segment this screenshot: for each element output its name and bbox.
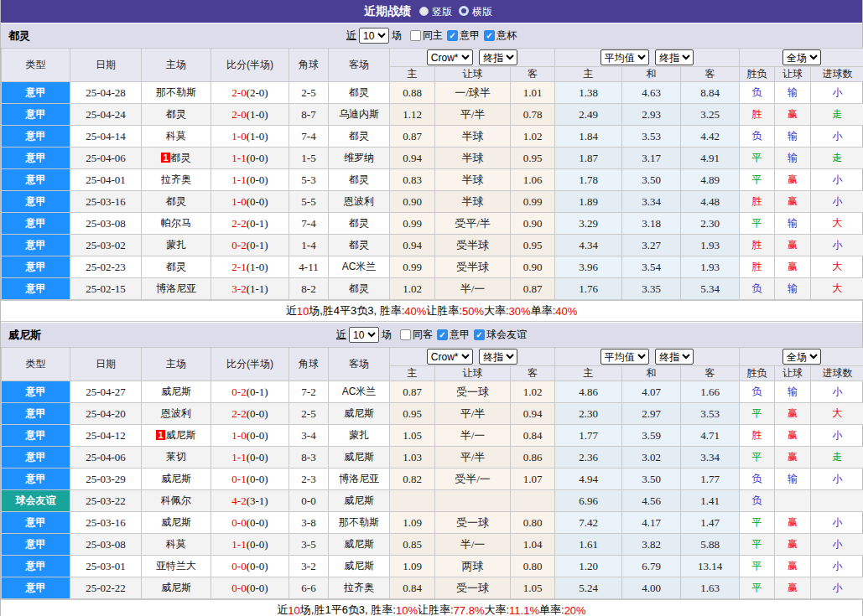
odds-stage-select[interactable]: 终指 — [479, 349, 517, 365]
away-team-cell[interactable]: 威尼斯 — [329, 447, 390, 468]
home-team-name[interactable]: 威尼斯 — [166, 429, 196, 441]
home-team-cell[interactable]: 那不勒斯 — [142, 82, 211, 104]
odds-stage-select[interactable]: 终指 — [479, 49, 517, 65]
home-team-cell[interactable]: 威尼斯 — [142, 468, 211, 490]
home-team-name[interactable]: 都灵 — [166, 195, 186, 207]
away-team-cell[interactable]: 那不勒斯 — [329, 512, 390, 534]
away-team-name[interactable]: AC米兰 — [342, 261, 377, 272]
home-team-name[interactable]: 亚特兰大 — [156, 560, 196, 572]
away-team-cell[interactable]: 博洛尼亚 — [329, 468, 390, 490]
away-team-cell[interactable]: 威尼斯 — [329, 556, 390, 577]
layout-radio-selected[interactable] — [419, 7, 429, 16]
home-team-name[interactable]: 威尼斯 — [161, 473, 191, 484]
away-team-name[interactable]: 都灵 — [349, 239, 369, 251]
near-link[interactable]: 近 — [346, 28, 356, 43]
home-team-cell[interactable]: 1都灵 — [142, 148, 211, 169]
away-team-name[interactable]: 威尼斯 — [344, 451, 374, 463]
home-team-name[interactable]: 拉齐奥 — [161, 173, 191, 185]
away-team-cell[interactable]: 都灵 — [329, 169, 390, 191]
home-team-cell[interactable]: 科佩尔 — [142, 490, 211, 512]
checkbox-checked[interactable]: ✓ — [484, 30, 495, 41]
near-link[interactable]: 近 — [336, 328, 346, 342]
away-team-cell[interactable]: 乌迪内斯 — [329, 104, 390, 126]
avg-select[interactable]: 平均值 — [600, 49, 649, 65]
away-team-cell[interactable]: AC米兰 — [329, 381, 390, 403]
home-team-name[interactable]: 科莫 — [166, 130, 186, 142]
away-team-name[interactable]: 威尼斯 — [344, 538, 374, 550]
away-team-name[interactable]: 威尼斯 — [344, 407, 374, 419]
home-team-cell[interactable]: 都灵 — [142, 256, 211, 278]
home-team-name[interactable]: 都灵 — [166, 261, 186, 272]
home-team-cell[interactable]: 蒙扎 — [142, 235, 211, 256]
away-team-name[interactable]: 恩波利 — [344, 195, 374, 207]
checkbox-unchecked[interactable] — [400, 329, 411, 340]
home-team-name[interactable]: 那不勒斯 — [156, 86, 196, 98]
away-team-cell[interactable]: 蒙扎 — [329, 425, 390, 447]
checkbox-unchecked[interactable] — [410, 30, 421, 41]
home-team-cell[interactable]: 威尼斯 — [142, 577, 211, 599]
home-team-cell[interactable]: 科莫 — [142, 534, 211, 556]
home-team-cell[interactable]: 博洛尼亚 — [142, 278, 211, 300]
match-count-select[interactable]: 10 — [349, 327, 379, 343]
away-team-name[interactable]: 都灵 — [349, 217, 369, 229]
away-team-name[interactable]: 威尼斯 — [344, 560, 374, 572]
home-team-cell[interactable]: 亚特兰大 — [142, 556, 211, 577]
checkbox-checked[interactable]: ✓ — [437, 329, 448, 340]
home-team-cell[interactable]: 威尼斯 — [142, 381, 211, 403]
away-team-cell[interactable]: 威尼斯 — [329, 534, 390, 556]
away-team-name[interactable]: 乌迪内斯 — [339, 108, 379, 120]
match-count-select[interactable]: 10 — [359, 28, 389, 44]
away-team-cell[interactable]: 拉齐奥 — [329, 577, 390, 599]
away-team-name[interactable]: 博洛尼亚 — [339, 473, 379, 484]
avg-stage-select[interactable]: 终指 — [655, 349, 694, 365]
home-team-cell[interactable]: 帕尔马 — [142, 213, 211, 235]
home-team-cell[interactable]: 威尼斯 — [142, 512, 211, 534]
away-team-name[interactable]: 维罗纳 — [344, 152, 374, 163]
period-select[interactable]: 全场 — [782, 49, 821, 65]
home-team-cell[interactable]: 科莫 — [142, 126, 211, 148]
home-team-name[interactable]: 莱切 — [166, 451, 186, 463]
home-team-name[interactable]: 威尼斯 — [161, 516, 191, 528]
bookmaker-select[interactable]: Crow* — [427, 49, 473, 65]
avg-select[interactable]: 平均值 — [600, 349, 649, 365]
away-team-name[interactable]: 拉齐奥 — [344, 582, 374, 593]
checkbox-checked[interactable]: ✓ — [474, 329, 485, 340]
away-team-cell[interactable]: AC米兰 — [329, 256, 390, 278]
home-team-name[interactable]: 威尼斯 — [161, 582, 191, 593]
away-team-name[interactable]: 那不勒斯 — [339, 516, 379, 528]
away-team-cell[interactable]: 都灵 — [329, 213, 390, 235]
home-team-name[interactable]: 科莫 — [166, 538, 186, 550]
home-team-name[interactable]: 博洛尼亚 — [156, 282, 196, 294]
layout-radio-unselected[interactable] — [459, 6, 469, 16]
home-team-cell[interactable]: 莱切 — [142, 447, 211, 468]
away-team-name[interactable]: 都灵 — [349, 173, 369, 185]
away-team-name[interactable]: 都灵 — [349, 282, 369, 294]
away-team-cell[interactable]: 恩波利 — [329, 191, 390, 213]
away-team-cell[interactable]: 都灵 — [329, 82, 390, 104]
bookmaker-select[interactable]: Crow* — [427, 349, 473, 365]
away-team-name[interactable]: 都灵 — [349, 86, 369, 98]
home-team-cell[interactable]: 恩波利 — [142, 403, 211, 425]
home-team-cell[interactable]: 都灵 — [142, 104, 211, 126]
away-team-name[interactable]: 都灵 — [349, 130, 369, 142]
home-team-cell[interactable]: 1威尼斯 — [142, 425, 211, 447]
home-team-name[interactable]: 都灵 — [171, 152, 191, 163]
away-team-name[interactable]: 威尼斯 — [344, 494, 374, 506]
away-team-cell[interactable]: 都灵 — [329, 126, 390, 148]
home-team-name[interactable]: 恩波利 — [161, 407, 191, 419]
away-team-name[interactable]: 蒙扎 — [349, 429, 369, 441]
away-team-cell[interactable]: 威尼斯 — [329, 490, 390, 512]
home-team-name[interactable]: 蒙扎 — [166, 239, 186, 251]
home-team-name[interactable]: 帕尔马 — [161, 217, 191, 229]
home-team-cell[interactable]: 拉齐奥 — [142, 169, 211, 191]
away-team-cell[interactable]: 都灵 — [329, 235, 390, 256]
home-team-cell[interactable]: 都灵 — [142, 191, 211, 213]
home-team-name[interactable]: 科佩尔 — [161, 494, 191, 506]
period-select[interactable]: 全场 — [782, 349, 821, 365]
home-team-name[interactable]: 都灵 — [166, 108, 186, 120]
home-team-name[interactable]: 威尼斯 — [161, 386, 191, 397]
checkbox-checked[interactable]: ✓ — [447, 30, 458, 41]
away-team-name[interactable]: AC米兰 — [342, 386, 377, 397]
avg-stage-select[interactable]: 终指 — [655, 49, 694, 65]
away-team-cell[interactable]: 维罗纳 — [329, 148, 390, 169]
